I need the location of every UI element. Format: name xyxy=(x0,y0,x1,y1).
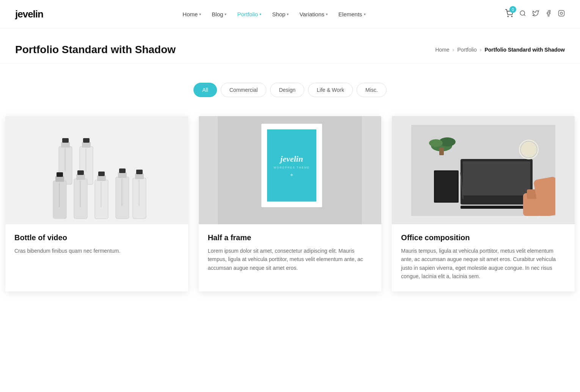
breadcrumb-parent[interactable]: Portfolio xyxy=(457,47,476,53)
cart-button[interactable]: 0 xyxy=(505,9,513,19)
page-header: Portfolio Standard with Shadow Home › Po… xyxy=(0,28,580,64)
nav-label-shop: Shop xyxy=(272,11,285,17)
card-image-office xyxy=(392,116,575,224)
svg-rect-45 xyxy=(439,148,444,155)
svg-rect-26 xyxy=(101,182,102,207)
svg-rect-37 xyxy=(267,129,316,202)
twitter-icon[interactable] xyxy=(532,10,539,19)
filter-life-work[interactable]: Life & Work xyxy=(308,83,353,97)
svg-rect-30 xyxy=(121,179,123,206)
svg-text:WORDPRES THEME: WORDPRES THEME xyxy=(274,166,310,169)
svg-point-1 xyxy=(511,16,512,17)
nav-item-home[interactable]: Home ▾ xyxy=(182,11,201,17)
nav-label-home: Home xyxy=(182,11,198,17)
card-desc-2: Lorem ipsum dolor sit amet, consectetur … xyxy=(208,247,373,272)
breadcrumb-sep-2: › xyxy=(480,47,482,53)
svg-rect-10 xyxy=(64,148,66,171)
card-desc-1: Cras bibendum finibus quam nec fermentum… xyxy=(14,247,179,255)
portfolio-card-3: Office composition Mauris tempus, ligula… xyxy=(392,116,575,291)
instagram-icon[interactable] xyxy=(558,10,565,19)
svg-point-53 xyxy=(520,141,537,158)
svg-point-2 xyxy=(520,11,525,15)
nav-item-blog[interactable]: Blog ▾ xyxy=(212,11,226,17)
svg-text:jevelin: jevelin xyxy=(280,154,303,164)
svg-rect-22 xyxy=(80,181,81,207)
svg-rect-33 xyxy=(136,170,143,174)
card-content-2: Half a frame Lorem ipsum dolor sit amet,… xyxy=(199,224,382,283)
card-title-2: Half a frame xyxy=(208,233,373,242)
card-image-frame: jevelin WORDPRES THEME ✦ xyxy=(199,116,382,224)
chevron-down-icon: ▾ xyxy=(225,12,226,16)
page-title: Portfolio Standard with Shadow xyxy=(15,44,176,56)
svg-rect-9 xyxy=(62,138,69,143)
svg-rect-28 xyxy=(118,172,127,178)
site-logo[interactable]: jevelin xyxy=(15,8,43,20)
svg-rect-47 xyxy=(463,161,530,195)
card-desc-3: Mauris tempus, ligula at vehicula portti… xyxy=(401,247,566,281)
svg-rect-13 xyxy=(83,138,90,143)
svg-rect-24 xyxy=(97,175,106,181)
filter-all[interactable]: All xyxy=(193,83,217,97)
search-icon[interactable] xyxy=(519,10,526,19)
chevron-down-icon: ▾ xyxy=(259,12,261,16)
portfolio-grid: Bottle of video Cras bibendum finibus qu… xyxy=(0,112,580,310)
svg-rect-29 xyxy=(119,168,126,173)
card-title-3: Office composition xyxy=(401,233,566,242)
filter-design[interactable]: Design xyxy=(270,83,304,97)
chevron-down-icon: ▾ xyxy=(326,12,328,16)
filter-section: All Commercial Design Life & Work Misc. xyxy=(0,64,580,112)
svg-rect-25 xyxy=(98,172,105,176)
bottles-illustration xyxy=(25,116,169,224)
svg-rect-21 xyxy=(77,170,84,175)
site-header: jevelin Home ▾ Blog ▾ Portfolio ▾ Shop ▾… xyxy=(0,0,580,28)
svg-rect-50 xyxy=(435,172,457,202)
svg-rect-34 xyxy=(138,180,140,206)
svg-rect-4 xyxy=(559,10,564,16)
nav-label-elements: Elements xyxy=(338,11,362,17)
filter-commercial[interactable]: Commercial xyxy=(221,83,267,97)
nav-item-shop[interactable]: Shop ▾ xyxy=(272,11,289,17)
svg-point-0 xyxy=(508,16,508,17)
svg-rect-17 xyxy=(57,172,63,177)
nav-label-portfolio: Portfolio xyxy=(237,11,258,17)
breadcrumb: Home › Portfolio › Portfolio Standard wi… xyxy=(435,47,565,53)
nav-item-variations[interactable]: Variations ▾ xyxy=(299,11,328,17)
svg-rect-16 xyxy=(55,176,64,182)
svg-point-44 xyxy=(429,139,443,147)
chevron-down-icon: ▾ xyxy=(364,12,366,16)
nav-item-portfolio[interactable]: Portfolio ▾ xyxy=(237,11,261,17)
nav-label-blog: Blog xyxy=(212,11,223,17)
svg-rect-32 xyxy=(135,173,144,179)
portfolio-card-2: jevelin WORDPRES THEME ✦ Half a frame Lo… xyxy=(199,116,382,291)
svg-rect-12 xyxy=(82,142,91,148)
card-content-3: Office composition Mauris tempus, ligula… xyxy=(392,224,575,291)
chevron-down-icon: ▾ xyxy=(199,12,201,16)
svg-rect-14 xyxy=(85,148,86,171)
breadcrumb-current: Portfolio Standard with Shadow xyxy=(484,47,565,53)
nav-label-variations: Variations xyxy=(299,11,324,17)
svg-rect-8 xyxy=(61,142,70,148)
breadcrumb-sep-1: › xyxy=(453,47,454,53)
portfolio-card-1: Bottle of video Cras bibendum finibus qu… xyxy=(5,116,188,291)
frame-illustration: jevelin WORDPRES THEME ✦ xyxy=(218,116,362,224)
cart-badge: 0 xyxy=(509,6,516,13)
nav-icons: 0 xyxy=(505,9,565,19)
breadcrumb-home[interactable]: Home xyxy=(435,47,449,53)
card-image-bottles xyxy=(5,116,188,224)
card-content-1: Bottle of video Cras bibendum finibus qu… xyxy=(5,224,188,266)
chevron-down-icon: ▾ xyxy=(287,12,289,16)
svg-rect-20 xyxy=(76,174,85,180)
office-illustration xyxy=(411,125,555,216)
main-nav: Home ▾ Blog ▾ Portfolio ▾ Shop ▾ Variati… xyxy=(182,11,365,17)
card-title-1: Bottle of video xyxy=(14,233,179,242)
filter-misc[interactable]: Misc. xyxy=(357,83,387,97)
svg-rect-48 xyxy=(461,206,533,209)
facebook-icon[interactable] xyxy=(545,10,552,19)
svg-rect-18 xyxy=(59,183,60,207)
svg-text:✦: ✦ xyxy=(289,172,294,178)
nav-item-elements[interactable]: Elements ▾ xyxy=(338,11,366,17)
svg-line-3 xyxy=(524,14,525,16)
